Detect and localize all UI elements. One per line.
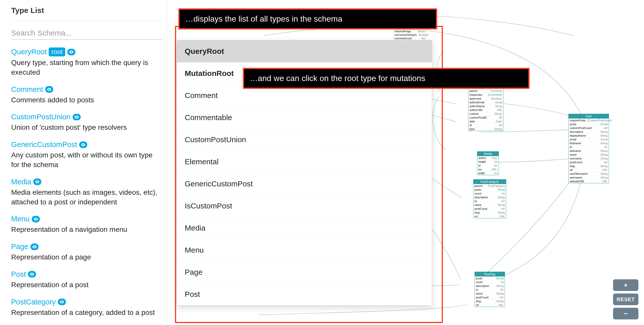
search-row [11, 21, 167, 44]
root-badge: root [49, 47, 65, 56]
zoom-reset-button[interactable]: RESET [613, 294, 638, 305]
node-field: idID! [569, 145, 609, 149]
search-input[interactable] [11, 28, 162, 40]
node-field: customPosts[CustomPostUnion] [569, 119, 609, 122]
type-desc: Media elements (such as images, videos, … [11, 188, 162, 207]
node-field: authorNameString [468, 104, 503, 108]
node-title: PostCategory [473, 180, 506, 184]
type-link[interactable]: CustomPostUnion [11, 113, 71, 121]
type-link[interactable]: Media [11, 178, 31, 186]
type-link[interactable]: Comment [11, 85, 43, 94]
node-field: lastnameString [569, 149, 609, 153]
node-field: typeString! [468, 127, 503, 131]
eye-icon[interactable] [30, 243, 39, 250]
type-desc: Query type, starting from which the quer… [11, 58, 162, 77]
type-link[interactable]: Menu [11, 215, 30, 223]
node-field: authorEmailEmail [468, 101, 503, 104]
node-field: nameString [569, 153, 609, 157]
eye-icon[interactable] [33, 178, 41, 185]
type-entry: CommentComments added to posts [11, 82, 167, 109]
node-field: postCountInt! [475, 296, 505, 299]
node-field: idID! [468, 123, 503, 127]
node-field: authorUser [477, 156, 499, 160]
node-field: idID! [477, 164, 499, 168]
zoom-out-button[interactable]: − [613, 308, 638, 319]
node-field: widthInt [477, 171, 499, 175]
zoom-in-button[interactable]: + [613, 279, 638, 291]
node-field: descriptionString [473, 196, 506, 199]
node-field: slugString [473, 211, 506, 215]
node-field: parentPostCategory [473, 184, 506, 188]
node-field: customPostIDID! [468, 116, 503, 120]
node-media[interactable]: MediaauthorUserheightIntidID!srcURL!widt… [477, 151, 499, 175]
node-field: authorURLURL [468, 108, 503, 112]
node-field: countInt [473, 192, 506, 196]
node-title: Media [477, 152, 499, 156]
node-partial-top: featuredImageMediaareCommentsOpenBoolean… [393, 29, 426, 41]
type-entry: GenericCustomPostAny custom post, with o… [11, 137, 167, 174]
node-field: contentString! [468, 112, 503, 116]
type-entry: PostRepresentation of a post [11, 267, 167, 294]
node-field: nameString [473, 203, 506, 207]
node-field: heightInt [477, 160, 499, 164]
node-field: approvedBoolean! [468, 97, 503, 101]
type-link[interactable]: PostCategory [11, 298, 56, 306]
node-posttag[interactable]: PostTagposts[Post]countIntdescriptionStr… [474, 272, 505, 307]
eye-icon[interactable] [28, 271, 36, 278]
node-field: idID! [473, 199, 506, 203]
type-desc: Comments added to posts [11, 95, 162, 105]
node-field: customPostCountInt! [569, 126, 609, 130]
eye-icon[interactable] [58, 299, 66, 305]
node-field: areCommentsOpenBoolean! [394, 33, 426, 37]
annotation-2: …and we can click on the root type for m… [243, 68, 530, 89]
node-field: descriptionString [569, 130, 609, 134]
node-field: websiteURLURL [569, 180, 609, 183]
node-user[interactable]: UsercustomPosts[CustomPostUnion]posts[Po… [568, 114, 609, 183]
dropdown-item[interactable]: QueryRoot [177, 40, 432, 62]
node-field: parentComment [468, 89, 503, 93]
node-field: featuredImageMedia [394, 30, 426, 33]
eye-icon[interactable] [32, 216, 40, 222]
dropdown-item[interactable]: Elemental [177, 151, 432, 173]
eye-icon[interactable] [73, 114, 81, 120]
node-field: nameString [475, 292, 505, 296]
zoom-controls: + RESET − [613, 279, 638, 319]
type-link[interactable]: Page [11, 242, 28, 251]
node-field: urlURL [569, 168, 609, 172]
type-desc: Any custom post, with or without its own… [11, 150, 162, 170]
dropdown-item[interactable]: Page [177, 261, 432, 283]
node-field: emailEmail [569, 138, 609, 141]
node-field: countInt [475, 280, 505, 284]
dropdown-item[interactable]: CustomPostUnion [177, 129, 432, 151]
dropdown-item[interactable]: GenericCustomPost [177, 173, 432, 195]
annotation-1: …displays the list of all types in the s… [178, 8, 437, 29]
node-postcategory[interactable]: PostCategoryparentPostCategoryposts[Post… [473, 179, 506, 218]
eye-icon[interactable] [79, 141, 87, 148]
type-entry: PostCategoryRepresentation of a category… [11, 294, 167, 322]
node-field: slugString [569, 164, 609, 168]
type-link[interactable]: GenericCustomPost [11, 140, 77, 149]
dropdown-item[interactable]: Commentable [177, 107, 432, 129]
eye-icon[interactable] [67, 49, 75, 55]
dropdown-item[interactable]: IsCustomPost [177, 195, 432, 217]
type-desc: Representation of a page [11, 252, 162, 262]
node-field: commentCountInt! [394, 37, 426, 40]
node-field: firstnameString [569, 141, 609, 145]
sidebar-title: Type List [11, 0, 162, 21]
dropdown-item[interactable]: Menu [177, 239, 432, 261]
node-field: postCountInt! [473, 207, 506, 211]
dropdown-item[interactable]: Post [177, 283, 432, 305]
node-field: nicenameString [569, 157, 609, 160]
type-link[interactable]: QueryRoot [11, 48, 47, 56]
type-entry: MediaMedia elements (such as images, vid… [11, 174, 167, 212]
node-title: User [569, 114, 609, 119]
type-link[interactable]: Post [11, 270, 26, 279]
type-entry: PageRepresentation of a page [11, 239, 167, 267]
dropdown-item[interactable]: Media [177, 217, 432, 239]
type-entry: QueryRootrootQuery type, starting from w… [11, 44, 167, 82]
node-field: slugString [475, 299, 505, 303]
eye-icon[interactable] [45, 86, 53, 93]
node-field: responses[Comment]! [468, 93, 503, 97]
type-desc: Representation of a category, added to a… [11, 308, 162, 317]
type-desc: Representation of a post [11, 280, 162, 290]
